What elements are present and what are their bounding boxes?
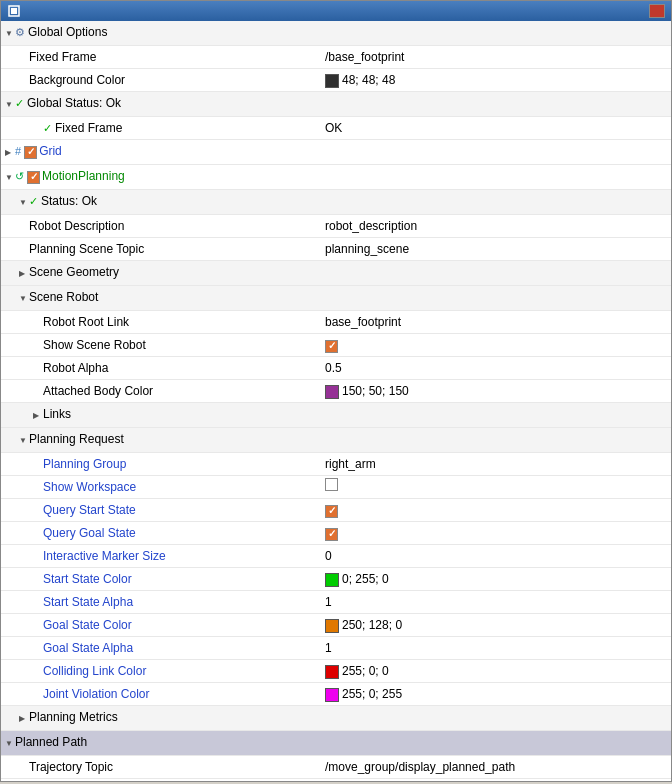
row-label: Start State Alpha	[43, 595, 133, 609]
check-icon: ✓	[15, 97, 24, 109]
svg-rect-1	[11, 8, 17, 14]
checkbox-checked[interactable]	[325, 505, 338, 518]
expand-arrow[interactable]	[33, 407, 43, 425]
cell-value: right_arm	[325, 457, 376, 471]
collapse-arrow[interactable]	[19, 194, 29, 212]
table-row: Planning Request	[1, 428, 671, 453]
row-label: Robot Description	[29, 219, 124, 233]
table-row: Attached Body Color150; 50; 150	[1, 380, 671, 403]
cell-value: robot_description	[325, 219, 417, 233]
color-value: 250; 128; 0	[342, 618, 402, 632]
cell-value: 0.5	[325, 361, 342, 375]
expand-arrow[interactable]	[5, 144, 15, 162]
table-row: Planned Path	[1, 731, 671, 756]
checkbox-checked[interactable]	[24, 146, 37, 159]
table-row: ⚙Global Options	[1, 21, 671, 46]
row-label: Show Workspace	[43, 480, 136, 494]
row-label: Query Goal State	[43, 526, 136, 540]
row-label: Attached Body Color	[43, 384, 153, 398]
table-row: Scene Robot	[1, 286, 671, 311]
table-row: Show Robot Visual	[1, 779, 671, 782]
close-button[interactable]	[649, 4, 665, 18]
row-label: Scene Robot	[29, 290, 98, 304]
cell-value: 1	[325, 641, 332, 655]
color-swatch[interactable]	[325, 665, 339, 679]
row-label: Scene Geometry	[29, 265, 119, 279]
table-row: Joint Violation Color255; 0; 255	[1, 683, 671, 706]
cell-value: 1	[325, 595, 332, 609]
row-label: Show Scene Robot	[43, 338, 146, 352]
table-row: Planning Metrics	[1, 706, 671, 731]
table-row: Query Goal State	[1, 522, 671, 545]
checkbox-checked[interactable]	[325, 528, 338, 541]
collapse-arrow[interactable]	[5, 169, 15, 187]
collapse-arrow[interactable]	[19, 290, 29, 308]
title-bar	[1, 1, 671, 21]
color-value: 255; 0; 255	[342, 687, 402, 701]
color-value: 150; 50; 150	[342, 384, 409, 398]
row-label: Colliding Link Color	[43, 664, 146, 678]
row-label: Planning Metrics	[29, 710, 118, 724]
check-icon: ✓	[29, 195, 38, 207]
check-icon: ✓	[43, 122, 52, 134]
table-row: Start State Alpha1	[1, 591, 671, 614]
collapse-arrow[interactable]	[19, 432, 29, 450]
color-swatch[interactable]	[325, 619, 339, 633]
cell-value: planning_scene	[325, 242, 409, 256]
row-label: Goal State Alpha	[43, 641, 133, 655]
cell-value: 0	[325, 549, 332, 563]
table-row: Background Color48; 48; 48	[1, 69, 671, 92]
collapse-arrow[interactable]	[5, 96, 15, 114]
row-label: Global Options	[28, 25, 107, 39]
checkbox-checked[interactable]	[325, 340, 338, 353]
table-row: #Grid	[1, 140, 671, 165]
cell-value: /base_footprint	[325, 50, 404, 64]
table-row: ✓Fixed FrameOK	[1, 117, 671, 140]
color-swatch[interactable]	[325, 573, 339, 587]
color-swatch[interactable]	[325, 385, 339, 399]
displays-window: ⚙Global OptionsFixed Frame/base_footprin…	[0, 0, 672, 782]
table-row: Query Start State	[1, 499, 671, 522]
row-label: Status: Ok	[41, 194, 97, 208]
color-swatch[interactable]	[325, 688, 339, 702]
row-label: Goal State Color	[43, 618, 132, 632]
cell-value: OK	[325, 121, 342, 135]
row-label: Query Start State	[43, 503, 136, 517]
expand-arrow[interactable]	[19, 265, 29, 283]
row-label: Links	[43, 407, 71, 421]
table-row: Robot Alpha0.5	[1, 357, 671, 380]
table-row: Show Workspace	[1, 476, 671, 499]
table-row: Goal State Color250; 128; 0	[1, 614, 671, 637]
table-row: ↺MotionPlanning	[1, 165, 671, 190]
table-row: Planning Groupright_arm	[1, 453, 671, 476]
expand-arrow[interactable]	[19, 710, 29, 728]
row-label: Fixed Frame	[55, 121, 122, 135]
row-label: Start State Color	[43, 572, 132, 586]
row-label: Robot Root Link	[43, 315, 129, 329]
table-row: Start State Color0; 255; 0	[1, 568, 671, 591]
table-row: Goal State Alpha1	[1, 637, 671, 660]
grid-icon: #	[15, 145, 21, 157]
table-row: Scene Geometry	[1, 261, 671, 286]
gear-icon: ⚙	[15, 26, 25, 38]
cell-value: base_footprint	[325, 315, 401, 329]
cell-value: /move_group/display_planned_path	[325, 760, 515, 774]
table-row: Show Scene Robot	[1, 334, 671, 357]
checkbox-unchecked[interactable]	[325, 478, 338, 491]
row-label: Trajectory Topic	[29, 760, 113, 774]
table-row: Fixed Frame/base_footprint	[1, 46, 671, 69]
table-row: Trajectory Topic/move_group/display_plan…	[1, 756, 671, 779]
table-row: Colliding Link Color255; 0; 0	[1, 660, 671, 683]
collapse-arrow[interactable]	[5, 735, 15, 753]
collapse-arrow[interactable]	[5, 25, 15, 43]
row-label: Grid	[39, 144, 62, 158]
row-label: Planning Scene Topic	[29, 242, 144, 256]
row-label: Robot Alpha	[43, 361, 108, 375]
table-row: Robot Root Linkbase_footprint	[1, 311, 671, 334]
checkbox-checked[interactable]	[27, 171, 40, 184]
window-icon	[7, 4, 21, 18]
table-row: Robot Descriptionrobot_description	[1, 215, 671, 238]
table-row: ✓Global Status: Ok	[1, 92, 671, 117]
table-row: Planning Scene Topicplanning_scene	[1, 238, 671, 261]
color-swatch[interactable]	[325, 74, 339, 88]
